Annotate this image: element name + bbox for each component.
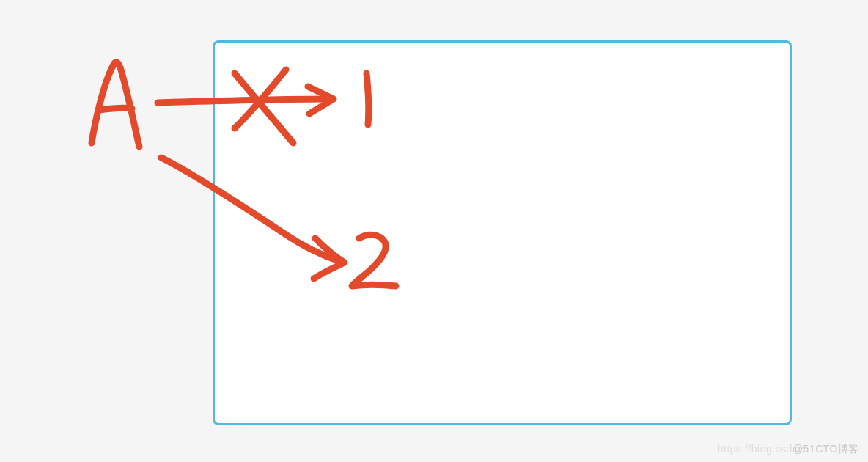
node-source-letter xyxy=(92,62,139,147)
container-box xyxy=(213,40,792,425)
watermark-text: @51CTO博客 xyxy=(792,443,859,455)
watermark: https://blog.csd@51CTO博客 xyxy=(718,443,859,456)
watermark-faint: https://blog.csd xyxy=(718,443,792,455)
diagram-canvas: https://blog.csd@51CTO博客 xyxy=(0,0,868,462)
